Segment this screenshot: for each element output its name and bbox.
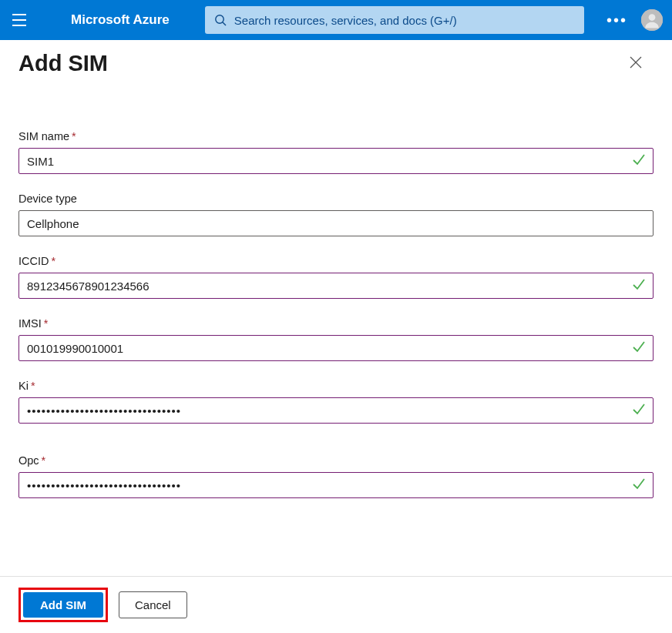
imsi-input[interactable] xyxy=(18,335,654,361)
sim-name-label: SIM name* xyxy=(18,130,654,142)
ki-label: Ki* xyxy=(18,380,654,392)
top-bar: Microsoft Azure ••• xyxy=(0,0,672,40)
content-area: Add SIM SIM name* Device type ICCID* IMS… xyxy=(0,40,672,498)
device-type-input[interactable] xyxy=(18,210,654,236)
primary-highlight-box: Add SIM xyxy=(18,588,108,622)
svg-point-0 xyxy=(216,15,223,23)
iccid-label: ICCID* xyxy=(18,255,654,267)
menu-icon[interactable] xyxy=(9,9,31,31)
person-icon xyxy=(641,9,663,31)
brand-logo[interactable]: Microsoft Azure xyxy=(71,12,170,28)
add-sim-button[interactable]: Add SIM xyxy=(23,592,103,618)
more-icon[interactable]: ••• xyxy=(606,12,627,29)
device-type-label: Device type xyxy=(18,193,654,205)
page-title: Add SIM xyxy=(18,51,108,76)
user-avatar[interactable] xyxy=(641,9,663,31)
close-button[interactable] xyxy=(626,52,646,75)
ki-input[interactable] xyxy=(18,397,654,424)
svg-line-1 xyxy=(223,22,226,25)
cancel-button[interactable]: Cancel xyxy=(119,591,187,618)
sim-name-input[interactable] xyxy=(18,148,654,174)
footer-bar: Add SIM Cancel xyxy=(0,576,672,633)
search-icon xyxy=(214,14,227,26)
iccid-input[interactable] xyxy=(18,273,654,299)
opc-input[interactable] xyxy=(18,472,654,498)
search-box[interactable] xyxy=(205,6,584,34)
svg-point-3 xyxy=(649,14,656,21)
search-input[interactable] xyxy=(234,14,575,27)
close-icon xyxy=(629,55,643,69)
imsi-label: IMSI* xyxy=(18,317,654,330)
opc-label: Opc* xyxy=(18,454,654,467)
